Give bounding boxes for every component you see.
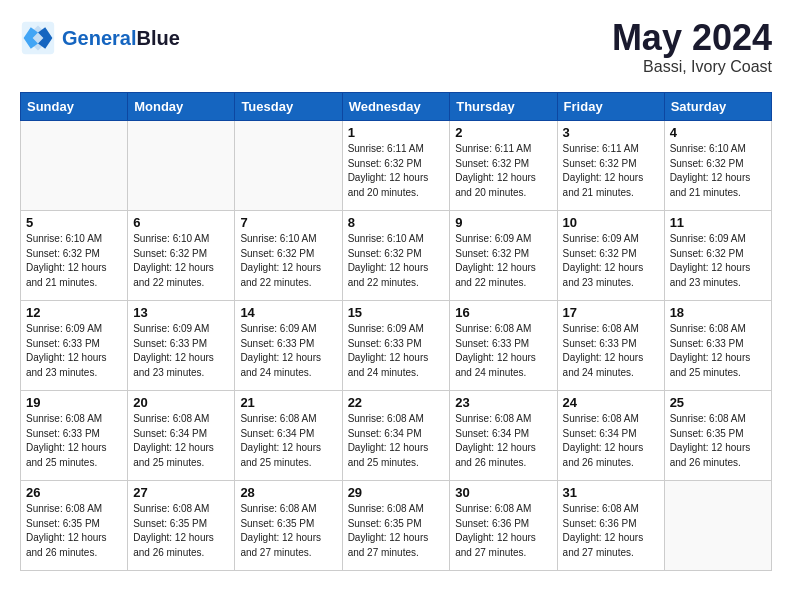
day-detail: Sunrise: 6:09 AM Sunset: 6:32 PM Dayligh…	[563, 232, 659, 290]
calendar-day-cell: 29Sunrise: 6:08 AM Sunset: 6:35 PM Dayli…	[342, 481, 450, 571]
calendar-day-cell: 31Sunrise: 6:08 AM Sunset: 6:36 PM Dayli…	[557, 481, 664, 571]
day-detail: Sunrise: 6:08 AM Sunset: 6:34 PM Dayligh…	[563, 412, 659, 470]
month-title: May 2024	[612, 20, 772, 56]
day-detail: Sunrise: 6:10 AM Sunset: 6:32 PM Dayligh…	[133, 232, 229, 290]
day-number: 25	[670, 395, 766, 410]
day-number: 11	[670, 215, 766, 230]
calendar-day-cell	[664, 481, 771, 571]
day-detail: Sunrise: 6:08 AM Sunset: 6:35 PM Dayligh…	[133, 502, 229, 560]
calendar-day-cell: 3Sunrise: 6:11 AM Sunset: 6:32 PM Daylig…	[557, 121, 664, 211]
day-detail: Sunrise: 6:08 AM Sunset: 6:35 PM Dayligh…	[26, 502, 122, 560]
day-number: 28	[240, 485, 336, 500]
calendar-day-cell: 25Sunrise: 6:08 AM Sunset: 6:35 PM Dayli…	[664, 391, 771, 481]
weekday-header-row: SundayMondayTuesdayWednesdayThursdayFrid…	[21, 93, 772, 121]
calendar-day-cell	[21, 121, 128, 211]
calendar-week-row: 12Sunrise: 6:09 AM Sunset: 6:33 PM Dayli…	[21, 301, 772, 391]
day-number: 2	[455, 125, 551, 140]
calendar-day-cell: 6Sunrise: 6:10 AM Sunset: 6:32 PM Daylig…	[128, 211, 235, 301]
calendar-day-cell: 27Sunrise: 6:08 AM Sunset: 6:35 PM Dayli…	[128, 481, 235, 571]
day-detail: Sunrise: 6:08 AM Sunset: 6:33 PM Dayligh…	[26, 412, 122, 470]
day-number: 22	[348, 395, 445, 410]
day-number: 9	[455, 215, 551, 230]
calendar-day-cell: 15Sunrise: 6:09 AM Sunset: 6:33 PM Dayli…	[342, 301, 450, 391]
calendar-day-cell: 13Sunrise: 6:09 AM Sunset: 6:33 PM Dayli…	[128, 301, 235, 391]
day-detail: Sunrise: 6:10 AM Sunset: 6:32 PM Dayligh…	[26, 232, 122, 290]
day-number: 7	[240, 215, 336, 230]
title-block: May 2024 Bassi, Ivory Coast	[612, 20, 772, 76]
calendar-day-cell: 9Sunrise: 6:09 AM Sunset: 6:32 PM Daylig…	[450, 211, 557, 301]
calendar-day-cell: 17Sunrise: 6:08 AM Sunset: 6:33 PM Dayli…	[557, 301, 664, 391]
day-detail: Sunrise: 6:11 AM Sunset: 6:32 PM Dayligh…	[455, 142, 551, 200]
logo: GeneralBlue	[20, 20, 180, 56]
weekday-header-monday: Monday	[128, 93, 235, 121]
day-number: 21	[240, 395, 336, 410]
day-number: 1	[348, 125, 445, 140]
day-number: 17	[563, 305, 659, 320]
day-number: 30	[455, 485, 551, 500]
page-header: GeneralBlue May 2024 Bassi, Ivory Coast	[20, 20, 772, 76]
day-number: 20	[133, 395, 229, 410]
calendar-day-cell: 10Sunrise: 6:09 AM Sunset: 6:32 PM Dayli…	[557, 211, 664, 301]
day-detail: Sunrise: 6:08 AM Sunset: 6:36 PM Dayligh…	[563, 502, 659, 560]
calendar-day-cell: 26Sunrise: 6:08 AM Sunset: 6:35 PM Dayli…	[21, 481, 128, 571]
calendar-day-cell: 14Sunrise: 6:09 AM Sunset: 6:33 PM Dayli…	[235, 301, 342, 391]
calendar-day-cell: 19Sunrise: 6:08 AM Sunset: 6:33 PM Dayli…	[21, 391, 128, 481]
calendar-day-cell: 28Sunrise: 6:08 AM Sunset: 6:35 PM Dayli…	[235, 481, 342, 571]
day-detail: Sunrise: 6:10 AM Sunset: 6:32 PM Dayligh…	[670, 142, 766, 200]
day-detail: Sunrise: 6:08 AM Sunset: 6:34 PM Dayligh…	[455, 412, 551, 470]
calendar-day-cell: 20Sunrise: 6:08 AM Sunset: 6:34 PM Dayli…	[128, 391, 235, 481]
weekday-header-thursday: Thursday	[450, 93, 557, 121]
day-number: 5	[26, 215, 122, 230]
day-number: 23	[455, 395, 551, 410]
calendar-day-cell	[128, 121, 235, 211]
day-detail: Sunrise: 6:08 AM Sunset: 6:33 PM Dayligh…	[455, 322, 551, 380]
day-detail: Sunrise: 6:10 AM Sunset: 6:32 PM Dayligh…	[240, 232, 336, 290]
weekday-header-saturday: Saturday	[664, 93, 771, 121]
calendar-day-cell: 30Sunrise: 6:08 AM Sunset: 6:36 PM Dayli…	[450, 481, 557, 571]
day-detail: Sunrise: 6:09 AM Sunset: 6:33 PM Dayligh…	[26, 322, 122, 380]
day-number: 4	[670, 125, 766, 140]
calendar-week-row: 1Sunrise: 6:11 AM Sunset: 6:32 PM Daylig…	[21, 121, 772, 211]
logo-icon	[20, 20, 56, 56]
weekday-header-friday: Friday	[557, 93, 664, 121]
calendar-day-cell: 22Sunrise: 6:08 AM Sunset: 6:34 PM Dayli…	[342, 391, 450, 481]
calendar-day-cell: 2Sunrise: 6:11 AM Sunset: 6:32 PM Daylig…	[450, 121, 557, 211]
calendar-day-cell: 5Sunrise: 6:10 AM Sunset: 6:32 PM Daylig…	[21, 211, 128, 301]
day-number: 14	[240, 305, 336, 320]
day-detail: Sunrise: 6:08 AM Sunset: 6:36 PM Dayligh…	[455, 502, 551, 560]
day-detail: Sunrise: 6:09 AM Sunset: 6:32 PM Dayligh…	[670, 232, 766, 290]
day-detail: Sunrise: 6:08 AM Sunset: 6:34 PM Dayligh…	[348, 412, 445, 470]
day-number: 24	[563, 395, 659, 410]
day-detail: Sunrise: 6:08 AM Sunset: 6:33 PM Dayligh…	[563, 322, 659, 380]
calendar-day-cell: 1Sunrise: 6:11 AM Sunset: 6:32 PM Daylig…	[342, 121, 450, 211]
calendar-day-cell: 12Sunrise: 6:09 AM Sunset: 6:33 PM Dayli…	[21, 301, 128, 391]
day-detail: Sunrise: 6:11 AM Sunset: 6:32 PM Dayligh…	[348, 142, 445, 200]
day-number: 18	[670, 305, 766, 320]
calendar-day-cell: 7Sunrise: 6:10 AM Sunset: 6:32 PM Daylig…	[235, 211, 342, 301]
calendar-day-cell: 24Sunrise: 6:08 AM Sunset: 6:34 PM Dayli…	[557, 391, 664, 481]
logo-text: GeneralBlue	[62, 27, 180, 49]
day-number: 6	[133, 215, 229, 230]
weekday-header-tuesday: Tuesday	[235, 93, 342, 121]
day-number: 31	[563, 485, 659, 500]
location-subtitle: Bassi, Ivory Coast	[612, 58, 772, 76]
calendar-day-cell: 21Sunrise: 6:08 AM Sunset: 6:34 PM Dayli…	[235, 391, 342, 481]
day-number: 27	[133, 485, 229, 500]
day-detail: Sunrise: 6:09 AM Sunset: 6:33 PM Dayligh…	[348, 322, 445, 380]
calendar-table: SundayMondayTuesdayWednesdayThursdayFrid…	[20, 92, 772, 571]
calendar-week-row: 19Sunrise: 6:08 AM Sunset: 6:33 PM Dayli…	[21, 391, 772, 481]
calendar-day-cell: 18Sunrise: 6:08 AM Sunset: 6:33 PM Dayli…	[664, 301, 771, 391]
logo-line2: Blue	[136, 27, 179, 49]
calendar-week-row: 5Sunrise: 6:10 AM Sunset: 6:32 PM Daylig…	[21, 211, 772, 301]
day-detail: Sunrise: 6:08 AM Sunset: 6:34 PM Dayligh…	[133, 412, 229, 470]
weekday-header-wednesday: Wednesday	[342, 93, 450, 121]
calendar-day-cell: 23Sunrise: 6:08 AM Sunset: 6:34 PM Dayli…	[450, 391, 557, 481]
day-detail: Sunrise: 6:09 AM Sunset: 6:32 PM Dayligh…	[455, 232, 551, 290]
calendar-day-cell	[235, 121, 342, 211]
day-detail: Sunrise: 6:08 AM Sunset: 6:34 PM Dayligh…	[240, 412, 336, 470]
day-number: 19	[26, 395, 122, 410]
day-detail: Sunrise: 6:11 AM Sunset: 6:32 PM Dayligh…	[563, 142, 659, 200]
day-number: 26	[26, 485, 122, 500]
calendar-day-cell: 16Sunrise: 6:08 AM Sunset: 6:33 PM Dayli…	[450, 301, 557, 391]
day-number: 16	[455, 305, 551, 320]
